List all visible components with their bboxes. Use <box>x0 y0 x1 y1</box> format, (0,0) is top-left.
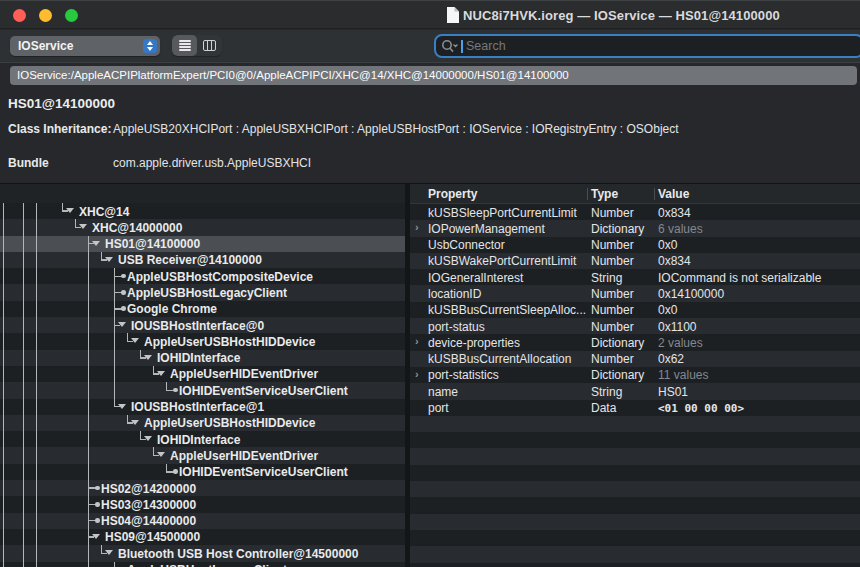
tree-row[interactable]: AppleUserHIDEventDriver <box>0 366 405 382</box>
property-row[interactable]: UsbConnectorNumber0x0 <box>410 237 860 253</box>
property-name-cell[interactable]: name <box>428 385 458 399</box>
tree-row[interactable]: IOHIDInterface <box>0 431 405 447</box>
property-row[interactable]: kUSBSleepPortCurrentLimitNumber0x834 <box>410 204 860 220</box>
zoom-button[interactable] <box>65 9 78 22</box>
property-value-cell[interactable]: 0x0 <box>658 238 677 252</box>
tree-node-label[interactable]: USB Receiver@14100000 <box>118 253 262 267</box>
property-row[interactable]: port-statusNumber0x1100 <box>410 318 860 334</box>
tree-row[interactable]: HS01@14100000 <box>0 236 405 252</box>
property-name-cell[interactable]: device-properties <box>428 336 520 350</box>
column-header-value[interactable]: Value <box>658 187 689 201</box>
property-name-cell[interactable]: kUSBSleepPortCurrentLimit <box>428 206 577 220</box>
tree-node-label[interactable]: AppleUserHIDEventDriver <box>170 449 318 463</box>
disclosure-triangle-icon[interactable] <box>157 371 165 376</box>
column-view-button[interactable] <box>197 35 222 56</box>
registry-path[interactable]: IOService:/AppleACPIPlatformExpert/PCI0@… <box>10 66 857 85</box>
property-row[interactable]: ›port-statisticsDictionary11 values <box>410 367 860 383</box>
property-value-cell[interactable]: <01 00 00 00> <box>658 402 744 415</box>
property-name-cell[interactable]: locationID <box>428 287 481 301</box>
list-view-button[interactable] <box>172 35 197 56</box>
tree-node-label[interactable]: IOHIDEventServiceUserClient <box>179 384 348 398</box>
property-row[interactable]: nameStringHS01 <box>410 383 860 399</box>
tree-node-label[interactable]: HS02@14200000 <box>101 482 196 496</box>
property-name-cell[interactable]: port-statistics <box>428 368 499 382</box>
tree-node-label[interactable]: AppleUSBHostLegacyClient <box>127 563 287 567</box>
tree-row[interactable]: HS03@14300000 <box>0 496 405 512</box>
tree-node-label[interactable]: Google Chrome <box>127 302 217 316</box>
property-value-cell[interactable]: 11 values <box>658 368 708 382</box>
tree-row[interactable]: XHC@14000000 <box>0 219 405 235</box>
disclosure-triangle-icon[interactable] <box>92 241 100 246</box>
disclosure-triangle-icon[interactable] <box>79 224 87 229</box>
tree-node-label[interactable]: AppleUserHIDEventDriver <box>170 367 318 381</box>
property-row[interactable]: ›IOPowerManagementDictionary6 values <box>410 220 860 236</box>
tree-row[interactable]: XHC@14 <box>0 203 405 219</box>
tree-node-label[interactable]: HS03@14300000 <box>101 498 196 512</box>
tree-node-label[interactable]: XHC@14 <box>79 205 129 219</box>
property-row[interactable]: kUSBBusCurrentAllocationNumber0x62 <box>410 351 860 367</box>
tree-row[interactable]: HS09@14500000 <box>0 529 405 545</box>
property-row[interactable]: kUSBWakePortCurrentLimitNumber0x834 <box>410 253 860 269</box>
property-value-cell[interactable]: 0x1100 <box>658 320 696 334</box>
property-row[interactable]: IOGeneralInterestStringIOCommand is not … <box>410 269 860 285</box>
tree-node-label[interactable]: Bluetooth USB Host Controller@14500000 <box>118 547 358 561</box>
disclosure-triangle-icon[interactable] <box>131 338 139 343</box>
tree-row[interactable]: IOHIDEventServiceUserClient <box>0 464 405 480</box>
property-name-cell[interactable]: port <box>428 401 449 415</box>
search-input[interactable]: Search <box>434 34 860 58</box>
tree-row[interactable]: USB Receiver@14100000 <box>0 252 405 268</box>
plane-popup-button[interactable]: IOService <box>10 36 160 56</box>
disclosure-chevron-icon[interactable]: › <box>415 221 419 233</box>
tree-node-label[interactable]: IOHIDInterface <box>157 433 240 447</box>
tree-node-label[interactable]: AppleUSBHostCompositeDevice <box>127 270 313 284</box>
property-value-cell[interactable]: 0x834 <box>658 206 691 220</box>
tree-node-label[interactable]: IOUSBHostInterface@1 <box>131 400 264 414</box>
tree-row[interactable]: IOUSBHostInterface@1 <box>0 399 405 415</box>
disclosure-triangle-icon[interactable] <box>92 534 100 539</box>
disclosure-triangle-icon[interactable] <box>66 208 74 213</box>
property-name-cell[interactable]: IOPowerManagement <box>428 222 545 236</box>
disclosure-triangle-icon[interactable] <box>118 322 126 327</box>
tree-row[interactable]: IOHIDEventServiceUserClient <box>0 382 405 398</box>
property-name-cell[interactable]: port-status <box>428 320 485 334</box>
property-name-cell[interactable]: UsbConnector <box>428 238 505 252</box>
tree-row[interactable]: IOUSBHostInterface@0 <box>0 317 405 333</box>
column-header-property[interactable]: Property <box>428 187 477 201</box>
tree-row[interactable]: AppleUSBHostLegacyClient <box>0 284 405 300</box>
property-value-cell[interactable]: IOCommand is not serializable <box>658 271 821 285</box>
title-bar[interactable]: NUC8i7HVK.ioreg — IOService — HS01@14100… <box>0 0 860 29</box>
disclosure-chevron-icon[interactable]: › <box>415 368 419 380</box>
disclosure-triangle-icon[interactable] <box>144 355 152 360</box>
tree-row[interactable]: AppleUSBHostCompositeDevice <box>0 268 405 284</box>
tree-row[interactable]: AppleUserUSBHostHIDDevice <box>0 415 405 431</box>
property-name-cell[interactable]: kUSBBusCurrentAllocation <box>428 352 571 366</box>
disclosure-chevron-icon[interactable]: › <box>415 335 419 347</box>
tree-row[interactable]: AppleUserUSBHostHIDDevice <box>0 333 405 349</box>
disclosure-triangle-icon[interactable] <box>105 257 113 262</box>
tree-node-label[interactable]: XHC@14000000 <box>92 221 182 235</box>
property-row[interactable]: ›device-propertiesDictionary2 values <box>410 334 860 350</box>
disclosure-triangle-icon[interactable] <box>105 550 113 555</box>
disclosure-triangle-icon[interactable] <box>157 452 165 457</box>
tree-row[interactable]: HS04@14400000 <box>0 513 405 529</box>
tree-node-label[interactable]: AppleUSBHostLegacyClient <box>127 286 287 300</box>
tree-row[interactable]: IOHIDInterface <box>0 350 405 366</box>
property-name-cell[interactable]: kUSBBusCurrentSleepAlloc... <box>428 303 586 317</box>
close-button[interactable] <box>13 9 26 22</box>
tree-node-label[interactable]: AppleUserUSBHostHIDDevice <box>144 335 315 349</box>
tree-row[interactable]: Bluetooth USB Host Controller@14500000 <box>0 545 405 561</box>
tree-node-label[interactable]: AppleUserUSBHostHIDDevice <box>144 416 315 430</box>
disclosure-triangle-icon[interactable] <box>144 436 152 441</box>
property-value-cell[interactable]: 6 values <box>658 222 703 236</box>
property-name-cell[interactable]: IOGeneralInterest <box>428 271 523 285</box>
property-value-cell[interactable]: 0x14100000 <box>658 287 724 301</box>
column-separator[interactable] <box>654 188 655 200</box>
tree-row[interactable]: AppleUSBHostLegacyClient <box>0 562 405 567</box>
tree-node-label[interactable]: HS09@14500000 <box>105 530 200 544</box>
minimize-button[interactable] <box>39 9 52 22</box>
property-row[interactable]: kUSBBusCurrentSleepAlloc...Number0x0 <box>410 302 860 318</box>
tree-row[interactable]: Google Chrome <box>0 301 405 317</box>
property-name-cell[interactable]: kUSBWakePortCurrentLimit <box>428 254 576 268</box>
disclosure-triangle-icon[interactable] <box>118 404 126 409</box>
property-row[interactable]: locationIDNumber0x14100000 <box>410 285 860 301</box>
